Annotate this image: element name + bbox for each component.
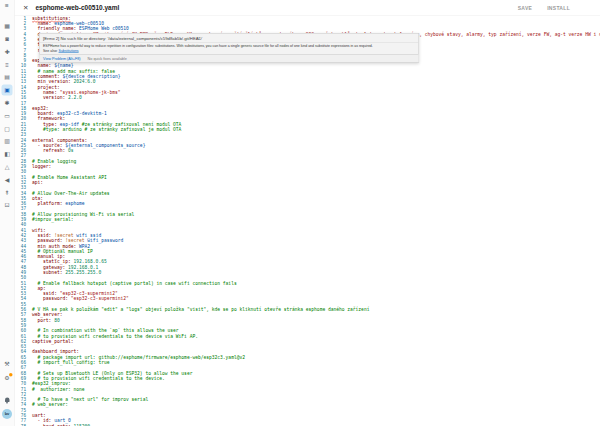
sidebar-item-add[interactable]: ✚ xyxy=(0,46,14,58)
sidebar-item-announce[interactable]: ◀ xyxy=(0,174,14,186)
sidebar-item-notifications[interactable] xyxy=(0,394,14,406)
tooltip-description: ESPHome has a powerful way to reduce rep… xyxy=(40,43,419,49)
sidebar-item-settings[interactable]: ⚙ xyxy=(0,372,14,384)
close-icon[interactable]: ✕ xyxy=(23,0,28,15)
yaml-editor[interactable]: 1substitutions:2 name: esphome-web-c0051… xyxy=(14,16,600,426)
tooltip-status-bar: View Problem (Alt+F8) No quick fixes ava… xyxy=(40,54,419,62)
app-root: ≡ ▦◙✚≡▤▣✱▭▢▥◧△◀↟⊡ ⚒ ⚙ bv ✕ esphome-web-c… xyxy=(0,0,600,426)
notifications-bell-icon xyxy=(5,398,10,403)
sidebar-item-logbook[interactable]: ≡ xyxy=(0,58,14,70)
menu-hamburger-icon[interactable]: ≡ xyxy=(0,2,14,9)
sidebar-item-media[interactable]: ▭ xyxy=(0,110,14,122)
sidebar-item-developer-tools[interactable]: ⚒ xyxy=(0,358,14,370)
see-also-label: See also: xyxy=(43,49,59,53)
sidebar-item-esphome[interactable]: ▣ xyxy=(0,84,14,96)
sidebar-item-statistics[interactable]: ▥ xyxy=(0,135,14,147)
tooltip-error-message: [Errno 2] No such file or directory: '/d… xyxy=(40,34,419,43)
hover-tooltip: [Errno 2] No such file or directory: '/d… xyxy=(39,33,419,63)
sidebar-item-tools[interactable]: ✱ xyxy=(0,97,14,109)
code-lines: 1substitutions:2 name: esphome-web-c0051… xyxy=(14,16,600,426)
sidebar-item-cards[interactable]: ◧ xyxy=(0,148,14,160)
sidebar-item-signal[interactable]: ↟ xyxy=(0,186,14,198)
view-problem-link[interactable]: View Problem (Alt+F8) xyxy=(43,56,81,61)
update-notification-badge xyxy=(9,373,13,377)
no-quick-fixes-label: No quick fixes available xyxy=(88,56,127,61)
sidebar: ≡ ▦◙✚≡▤▣✱▭▢▥◧△◀↟⊡ ⚒ ⚙ bv xyxy=(0,0,15,426)
sidebar-item-updates[interactable]: ◙ xyxy=(0,33,14,45)
sidebar-item-integrations[interactable]: △ xyxy=(0,161,14,173)
file-tab-title: esphome-web-c00510.yaml xyxy=(35,4,119,12)
install-button[interactable]: INSTALL xyxy=(547,5,570,11)
substitutions-doc-link[interactable]: Substitutions xyxy=(59,49,79,53)
sidebar-item-overview[interactable]: ▦ xyxy=(0,20,14,32)
sidebar-item-console[interactable]: ⊡ xyxy=(0,199,14,211)
editor-header: ✕ esphome-web-c00510.yaml SAVE INSTALL xyxy=(14,0,600,16)
sidebar-item-terminal[interactable]: ▢ xyxy=(0,122,14,134)
save-button[interactable]: SAVE xyxy=(518,5,532,11)
user-avatar[interactable]: bv xyxy=(2,409,12,419)
sidebar-item-history[interactable]: ▤ xyxy=(0,71,14,83)
